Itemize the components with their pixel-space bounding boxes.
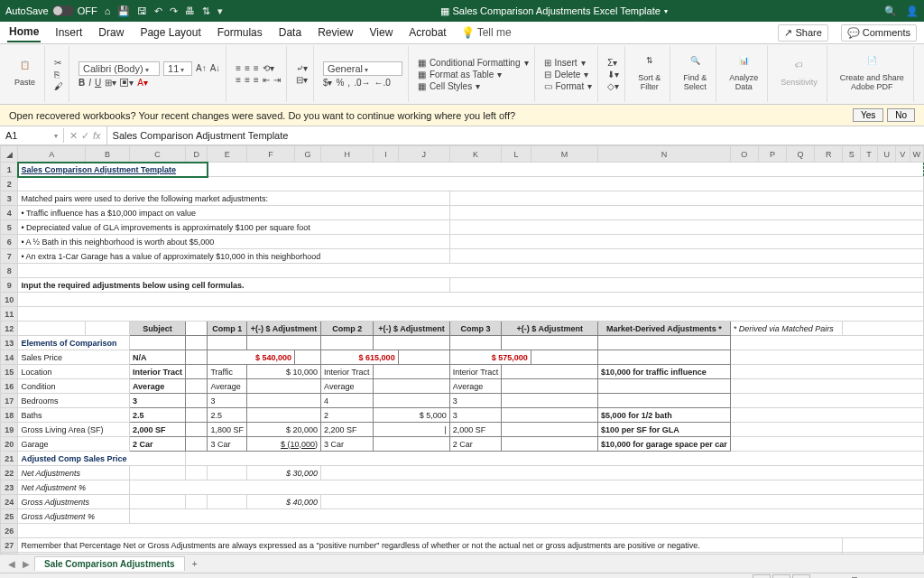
delete-cells-button[interactable]: ⊟ Delete ▾ (544, 70, 593, 79)
col-header[interactable]: A (18, 146, 86, 163)
redo-icon[interactable]: ↷ (170, 5, 178, 17)
tab-draw[interactable]: Draw (97, 23, 125, 42)
bold-button[interactable]: B (79, 78, 85, 88)
currency-icon[interactable]: $▾ (323, 78, 333, 88)
inc-decimal-icon[interactable]: .0→ (354, 78, 370, 88)
dec-decimal-icon[interactable]: ←.0 (374, 78, 390, 88)
autosave-toggle[interactable]: AutoSave OFF (5, 5, 97, 16)
grow-font-icon[interactable]: A↑ (196, 63, 207, 73)
font-color-button[interactable]: A▾ (137, 78, 148, 88)
autosum-icon[interactable]: Σ▾ (607, 58, 617, 68)
tab-view[interactable]: View (368, 23, 395, 42)
search-icon[interactable]: 🔍 (884, 5, 897, 17)
home-icon[interactable]: ⌂ (105, 5, 111, 17)
dropdown-icon[interactable]: ▾ (217, 5, 223, 17)
share-button[interactable]: ↗ Share (778, 24, 827, 42)
tab-page-layout[interactable]: Page Layout (138, 23, 202, 42)
page-layout-view-icon[interactable]: ▤ (772, 574, 790, 578)
indent-icon[interactable]: ⇤ (263, 75, 270, 85)
cancel-formula-icon[interactable]: ✕ (69, 130, 78, 142)
save-icon-2[interactable]: 🖫 (137, 5, 147, 17)
formula-bar: A1▾ ✕✓fx Sales Comparison Adjustment Tem… (0, 126, 924, 145)
number-format[interactable]: General (323, 61, 402, 76)
clear-icon[interactable]: ◇▾ (607, 81, 619, 91)
excel-icon: ▦ (440, 5, 449, 17)
tell-me[interactable]: 💡 Tell me (461, 26, 512, 39)
orientation-icon[interactable]: ⟲▾ (263, 63, 274, 73)
italic-button[interactable]: I (88, 78, 91, 88)
percent-icon[interactable]: % (336, 78, 344, 88)
select-all[interactable]: ◢ (1, 146, 18, 163)
sort-icon[interactable]: ⇅ (202, 5, 210, 17)
copy-icon[interactable]: ⎘ (54, 70, 60, 79)
quick-access-toolbar: ⌂ 💾 🖫 ↶ ↷ 🖶 ⇅ ▾ (105, 5, 224, 17)
formula-input[interactable]: Sales Comparison Adjustment Template (107, 128, 924, 143)
outdent-icon[interactable]: ⇥ (273, 75, 281, 85)
user-icon[interactable]: 👤 (906, 5, 919, 17)
align-top-icon[interactable]: ≡ (236, 63, 241, 73)
document-title: ▦ Sales Comparison Adjustments Excel Tem… (223, 5, 884, 17)
comma-icon[interactable]: , (347, 78, 350, 88)
ribbon: 📋Paste ✂ ⎘ 🖌 Calibri (Body) 11 A↑ A↓ B I… (0, 44, 924, 105)
align-center-icon[interactable]: ≡ (245, 75, 250, 85)
paste-button[interactable]: 📋Paste (11, 60, 39, 89)
save-icon[interactable]: 💾 (117, 5, 130, 17)
undo-icon[interactable]: ↶ (154, 5, 162, 17)
tab-insert[interactable]: Insert (53, 23, 84, 42)
comments-button[interactable]: 💬 Comments (841, 24, 917, 42)
cell-styles-button[interactable]: ▦ Cell Styles ▾ (418, 81, 529, 91)
border-button[interactable]: ⊞▾ (105, 78, 116, 88)
insert-cells-button[interactable]: ⊞ Insert ▾ (544, 58, 593, 68)
wrap-text-icon[interactable]: ⤶▾ (296, 63, 308, 73)
tab-data[interactable]: Data (277, 23, 303, 42)
format-cells-button[interactable]: ▭ Format ▾ (544, 81, 593, 91)
page-break-view-icon[interactable]: ▥ (792, 574, 810, 578)
ribbon-tabs: Home Insert Draw Page Layout Formulas Da… (0, 22, 924, 44)
sensitivity-button[interactable]: 🏷Sensitivity (777, 60, 821, 89)
sheet-tab-strip: ◀ ▶ Sale Comparison Adjustments + (0, 554, 924, 573)
fx-icon[interactable]: fx (93, 130, 101, 141)
add-sheet-button[interactable]: + (187, 557, 203, 571)
font-size[interactable]: 11 (163, 61, 192, 76)
enter-formula-icon[interactable]: ✓ (81, 130, 89, 142)
align-right-icon[interactable]: ≡ (254, 75, 259, 85)
format-painter-icon[interactable]: 🖌 (54, 81, 63, 91)
cut-icon[interactable]: ✂ (54, 58, 61, 68)
msgbar-no-button[interactable]: No (887, 108, 915, 122)
grid-body[interactable]: 1Sales Comparison Adjustment Template 2 … (1, 163, 924, 555)
msgbar-yes-button[interactable]: Yes (853, 108, 883, 122)
tab-review[interactable]: Review (316, 23, 355, 42)
align-mid-icon[interactable]: ≡ (245, 63, 250, 73)
sort-filter-button[interactable]: ⇅Sort & Filter (634, 55, 664, 94)
align-bot-icon[interactable]: ≡ (254, 63, 259, 73)
message-bar: Open recovered workbooks? Your recent ch… (0, 105, 924, 126)
underline-button[interactable]: U (95, 78, 101, 88)
status-bar: Select destination and press ENTER or ch… (0, 573, 924, 578)
tab-nav-next[interactable]: ▶ (20, 559, 32, 569)
cell-a1: Sales Comparison Adjustment Template (18, 163, 208, 177)
tab-formulas[interactable]: Formulas (216, 23, 264, 42)
fill-color-button[interactable]: 🞕▾ (120, 78, 134, 88)
find-select-button[interactable]: 🔍Find & Select (679, 55, 710, 94)
worksheet[interactable]: ◢ ABCDEFGHIJKLMNOPQRSTUVW 1Sales Compari… (0, 145, 924, 554)
merge-icon[interactable]: ⊟▾ (296, 75, 308, 85)
tab-home[interactable]: Home (7, 23, 41, 42)
sheet-tab[interactable]: Sale Comparison Adjustments (34, 556, 185, 571)
print-icon[interactable]: 🖶 (185, 5, 195, 17)
adobe-pdf-button[interactable]: 📄Create and Share Adobe PDF (836, 55, 908, 94)
shrink-font-icon[interactable]: A↓ (210, 63, 221, 73)
name-box[interactable]: A1▾ (0, 128, 64, 143)
message-text: Open recovered workbooks? Your recent ch… (9, 110, 515, 121)
align-left-icon[interactable]: ≡ (236, 75, 241, 85)
font-select[interactable]: Calibri (Body) (79, 61, 160, 76)
normal-view-icon[interactable]: ▦ (753, 574, 771, 578)
fill-icon[interactable]: ⬇▾ (607, 70, 619, 79)
cond-format-button[interactable]: ▦ Conditional Formatting ▾ (418, 58, 529, 68)
tab-nav-prev[interactable]: ◀ (5, 559, 18, 569)
tab-acrobat[interactable]: Acrobat (407, 23, 448, 42)
title-bar: AutoSave OFF ⌂ 💾 🖫 ↶ ↷ 🖶 ⇅ ▾ ▦ Sales Com… (0, 0, 924, 22)
format-table-button[interactable]: ▦ Format as Table ▾ (418, 70, 529, 79)
analyze-data-button[interactable]: 📊Analyze Data (725, 55, 762, 94)
